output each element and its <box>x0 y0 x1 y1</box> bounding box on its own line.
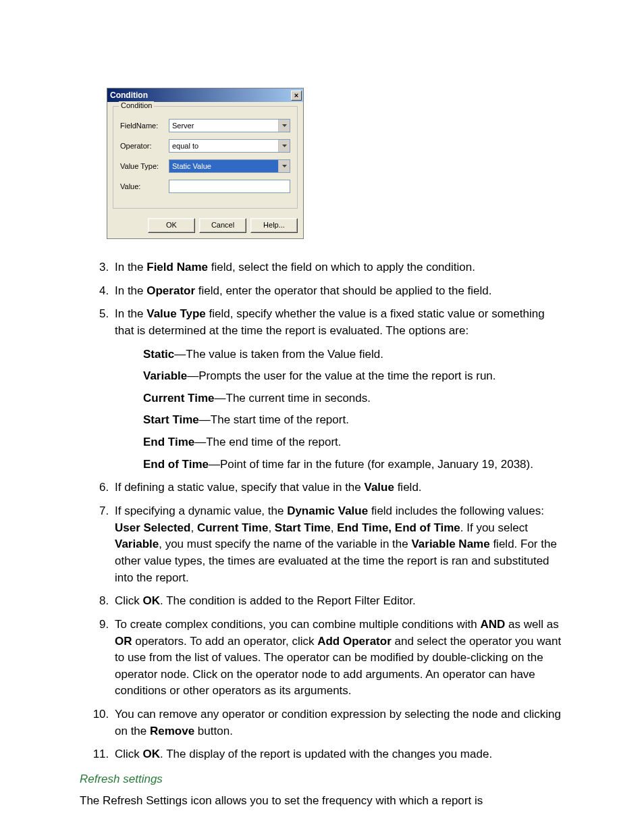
fieldname-label: FieldName: <box>120 122 169 130</box>
instruction-list: In the Field Name field, select the fiel… <box>80 259 564 763</box>
svg-marker-0 <box>282 124 287 127</box>
step-3: In the Field Name field, select the fiel… <box>112 259 564 276</box>
operator-label: Operator: <box>120 142 169 150</box>
value-type-options: Static—The value is taken from the Value… <box>143 346 564 473</box>
chevron-down-icon <box>278 120 290 132</box>
value-label: Value: <box>120 182 169 190</box>
svg-marker-1 <box>282 145 287 147</box>
step-7: If specifying a dynamic value, the Dynam… <box>112 503 564 586</box>
dialog-buttons: OK Cancel Help... <box>107 214 303 238</box>
fieldname-value: Server <box>169 120 278 132</box>
valuetype-combo[interactable]: Static Value <box>169 159 290 173</box>
chevron-down-icon <box>278 140 290 152</box>
cancel-button[interactable]: Cancel <box>199 218 246 233</box>
refresh-paragraph: The Refresh Settings icon allows you to … <box>80 793 564 810</box>
step-9: To create complex conditions, you can co… <box>112 617 564 700</box>
valuetype-label: Value Type: <box>120 162 169 170</box>
condition-groupbox: Condition FieldName: Server Operator: eq… <box>113 106 298 209</box>
valuetype-value: Static Value <box>169 160 278 172</box>
help-button[interactable]: Help... <box>250 218 298 233</box>
step-6: If defining a static value, specify that… <box>112 479 564 496</box>
row-operator: Operator: equal to <box>120 139 290 153</box>
fieldname-combo[interactable]: Server <box>169 119 290 132</box>
step-11: Click OK. The display of the report is u… <box>112 746 564 763</box>
chevron-down-icon <box>278 160 290 172</box>
step-8: Click OK. The condition is added to the … <box>112 593 564 610</box>
ok-button[interactable]: OK <box>148 218 195 233</box>
row-valuetype: Value Type: Static Value <box>120 159 290 173</box>
close-icon: × <box>294 91 298 99</box>
step-10: You can remove any operator or condition… <box>112 706 564 739</box>
step-4: In the Operator field, enter the operato… <box>112 283 564 300</box>
group-legend: Condition <box>119 101 154 109</box>
value-input[interactable] <box>169 180 290 193</box>
dialog-titlebar: Condition × <box>107 88 303 102</box>
dialog-title: Condition <box>110 90 148 100</box>
section-heading-refresh: Refresh settings <box>80 773 564 786</box>
condition-dialog: Condition × Condition FieldName: Server … <box>107 88 304 239</box>
row-fieldname: FieldName: Server <box>120 119 290 132</box>
close-button[interactable]: × <box>291 90 302 101</box>
svg-marker-2 <box>282 165 287 167</box>
operator-combo[interactable]: equal to <box>169 139 290 153</box>
row-value: Value: <box>120 180 290 193</box>
step-5: In the Value Type field, specify whether… <box>112 306 564 473</box>
operator-value: equal to <box>169 140 278 152</box>
